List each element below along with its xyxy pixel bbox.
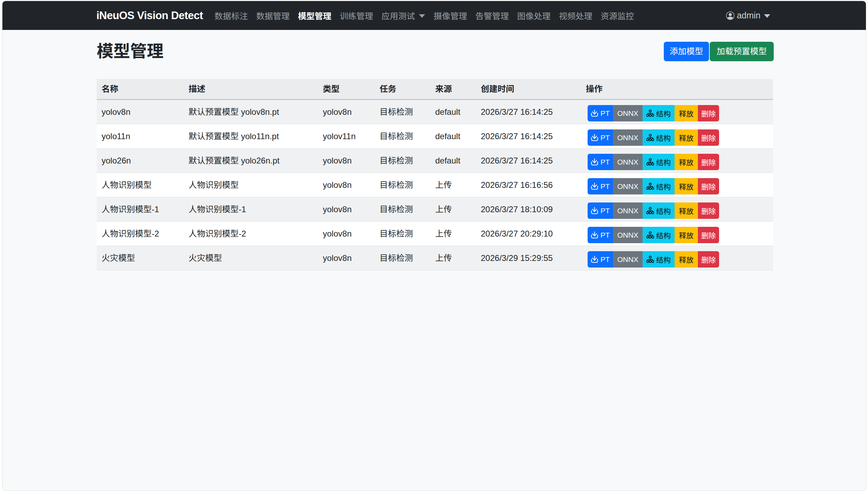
brand-title[interactable]: iNeuOS Vision Detect xyxy=(95,9,203,22)
cell-name: 人物识别模型 xyxy=(97,173,184,197)
row-action-warning-button[interactable]: 释放 xyxy=(675,202,698,219)
row-action-danger-button[interactable]: 删除 xyxy=(698,178,719,194)
cell-task: 目标检测 xyxy=(375,197,430,222)
row-action-primary-button[interactable]: PT xyxy=(588,154,613,170)
nav-item-8[interactable]: 图像处理 xyxy=(513,9,555,22)
nav-item-7[interactable]: 告警管理 xyxy=(471,9,513,22)
row-action-primary-button[interactable]: PT xyxy=(588,202,613,219)
row-action-secondary-button[interactable]: ONNX xyxy=(613,227,643,243)
cell-desc: 人物识别模型-1 xyxy=(184,197,318,222)
nav-item-label: 数据标注 xyxy=(214,9,248,22)
diagram-icon xyxy=(646,134,656,141)
column-header: 来源 xyxy=(430,79,476,99)
nav-item-1[interactable]: 数据标注 xyxy=(210,9,252,22)
download-icon xyxy=(591,183,600,190)
row-action-primary-button[interactable]: PT xyxy=(588,251,613,268)
download-icon xyxy=(591,110,600,117)
cell-actions: PTONNX结构释放删除 xyxy=(581,99,773,124)
nav-item-label: 告警管理 xyxy=(475,9,509,22)
row-action-danger-button[interactable]: 删除 xyxy=(698,105,719,121)
nav-item-label: 数据管理 xyxy=(256,9,289,22)
nav-item-10[interactable]: 资源监控 xyxy=(596,9,638,22)
nav-item-9[interactable]: 视频处理 xyxy=(555,9,596,22)
cell-desc: 默认预置模型 yolo11n.pt xyxy=(184,124,318,149)
row-action-label: PT xyxy=(600,255,610,264)
row-action-warning-button[interactable]: 释放 xyxy=(675,227,698,243)
row-action-primary-button[interactable]: PT xyxy=(588,129,613,146)
cell-created: 2026/3/29 15:29:55 xyxy=(476,246,581,270)
person-circle-icon xyxy=(726,11,734,20)
nav-item-5[interactable]: 应用测试 xyxy=(377,9,429,22)
row-action-secondary-button[interactable]: ONNX xyxy=(613,202,643,219)
row-action-info-button[interactable]: 结构 xyxy=(643,227,675,243)
download-icon xyxy=(591,256,600,263)
row-action-label: 结构 xyxy=(656,230,671,240)
row-action-warning-button[interactable]: 释放 xyxy=(675,105,698,121)
cell-desc: 火灾模型 xyxy=(184,246,318,270)
download-icon xyxy=(591,207,600,214)
cell-created: 2026/3/27 16:16:56 xyxy=(476,173,581,197)
cell-created: 2026/3/27 20:29:10 xyxy=(476,222,581,246)
row-action-secondary-button[interactable]: ONNX xyxy=(613,105,643,121)
table-row: yolo11n默认预置模型 yolo11n.ptyolov11n目标检测defa… xyxy=(97,124,773,149)
nav-item-3[interactable]: 模型管理 xyxy=(294,9,335,22)
row-action-secondary-button[interactable]: ONNX xyxy=(613,178,643,194)
row-action-warning-button[interactable]: 释放 xyxy=(675,154,698,170)
cell-source: 上传 xyxy=(430,222,476,246)
cell-task: 目标检测 xyxy=(375,222,430,246)
row-action-secondary-button[interactable]: ONNX xyxy=(613,129,643,146)
row-action-label: 结构 xyxy=(656,108,671,119)
cell-name: 火灾模型 xyxy=(97,246,184,270)
row-action-label: ONNX xyxy=(617,231,638,239)
nav-item-label: 资源监控 xyxy=(600,9,634,22)
app-window: iNeuOS Vision Detect 数据标注数据管理模型管理训练管理应用测… xyxy=(2,1,866,491)
row-action-danger-button[interactable]: 删除 xyxy=(698,154,719,170)
row-action-label: 释放 xyxy=(679,254,694,265)
cell-task: 目标检测 xyxy=(375,149,430,173)
row-action-group: PTONNX结构释放删除 xyxy=(588,129,768,146)
cell-name: yolo11n xyxy=(97,124,184,149)
row-action-info-button[interactable]: 结构 xyxy=(643,154,675,170)
row-action-label: ONNX xyxy=(617,255,638,264)
row-action-secondary-button[interactable]: ONNX xyxy=(613,154,643,170)
user-menu[interactable]: admin xyxy=(726,10,773,21)
load-preset-model-button[interactable]: 加载预置模型 xyxy=(710,42,774,61)
row-action-info-button[interactable]: 结构 xyxy=(643,202,675,219)
row-action-danger-button[interactable]: 删除 xyxy=(698,251,719,268)
nav-menu: 数据标注数据管理模型管理训练管理应用测试摄像管理告警管理图像处理视频处理资源监控 xyxy=(210,9,638,22)
cell-actions: PTONNX结构释放删除 xyxy=(581,149,773,173)
row-action-warning-button[interactable]: 释放 xyxy=(675,178,698,194)
row-action-info-button[interactable]: 结构 xyxy=(643,178,675,194)
row-action-label: 释放 xyxy=(679,230,694,240)
row-action-group: PTONNX结构释放删除 xyxy=(588,202,768,219)
row-action-warning-button[interactable]: 释放 xyxy=(675,251,698,268)
cell-actions: PTONNX结构释放删除 xyxy=(581,197,773,222)
row-action-info-button[interactable]: 结构 xyxy=(643,129,675,146)
cell-type: yolov11n xyxy=(318,124,375,149)
row-action-label: 释放 xyxy=(679,133,694,143)
row-action-primary-button[interactable]: PT xyxy=(588,105,613,121)
chevron-down-icon xyxy=(764,14,770,18)
nav-item-2[interactable]: 数据管理 xyxy=(252,9,294,22)
add-model-button[interactable]: 添加模型 xyxy=(664,42,709,61)
nav-item-label: 图像处理 xyxy=(517,9,550,22)
row-action-primary-button[interactable]: PT xyxy=(588,227,613,243)
row-action-label: 删除 xyxy=(701,254,716,265)
column-header: 创建时间 xyxy=(476,79,581,99)
row-action-danger-button[interactable]: 删除 xyxy=(698,202,719,219)
row-action-warning-button[interactable]: 释放 xyxy=(675,129,698,146)
row-action-group: PTONNX结构释放删除 xyxy=(588,154,768,170)
row-action-danger-button[interactable]: 删除 xyxy=(698,227,719,243)
row-action-info-button[interactable]: 结构 xyxy=(643,251,675,268)
cell-desc: 人物识别模型 xyxy=(184,173,318,197)
row-action-info-button[interactable]: 结构 xyxy=(643,105,675,121)
nav-item-6[interactable]: 摄像管理 xyxy=(429,9,471,22)
cell-actions: PTONNX结构释放删除 xyxy=(581,124,773,149)
column-header: 描述 xyxy=(184,79,318,99)
diagram-icon xyxy=(646,207,656,214)
row-action-secondary-button[interactable]: ONNX xyxy=(613,251,643,268)
nav-item-4[interactable]: 训练管理 xyxy=(335,9,377,22)
cell-desc: 人物识别模型-2 xyxy=(184,222,318,246)
row-action-danger-button[interactable]: 删除 xyxy=(698,129,719,146)
row-action-primary-button[interactable]: PT xyxy=(588,178,613,194)
